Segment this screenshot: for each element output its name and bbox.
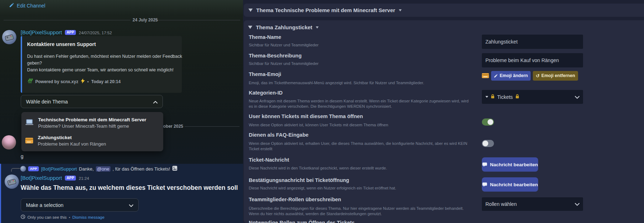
reply-bot-avatar	[20, 166, 26, 172]
date-divider-label: 24 July 2025	[133, 17, 158, 22]
field-desc: Wenn diese Option aktiviert ist, können …	[249, 122, 388, 128]
date-divider-line	[156, 20, 240, 20]
message-header: [Bot]PixelSupport APP 24/07/2025, 17:52	[21, 29, 112, 35]
app-badge: APP	[65, 30, 76, 35]
reply-preview-row[interactable]: APP [Bot]PixelSupport Danke, @one , für …	[20, 166, 177, 172]
date-divider-line	[4, 20, 130, 20]
edit-channel-button[interactable]: Edit Channel	[9, 2, 45, 9]
lock-icon	[515, 94, 519, 100]
chevron-up-icon	[153, 99, 158, 105]
scnx-logo-icon	[27, 78, 33, 85]
field-desc: Sichtbar für Nutzer und Teammitglieder	[249, 42, 319, 48]
topic-select-placeholder: Wähle dein Thema	[26, 99, 68, 105]
ephemeral-icon	[21, 214, 25, 220]
support-embed: Kontaktiere unseren Support Du hast eine…	[21, 36, 182, 93]
faq-toggle[interactable]	[482, 140, 494, 147]
message-header: [Bot]PixelSupport APP 21:24	[21, 175, 89, 181]
chevron-down-icon	[316, 26, 319, 29]
embed-footer-sep: •	[87, 79, 89, 84]
dropdown-option-title: Technische Probleme mit dem Minecraft Se…	[38, 117, 146, 122]
user-avatar[interactable]	[2, 135, 16, 149]
edit-confirmation-message-button[interactable]: Nachricht bearbeiten	[482, 177, 538, 192]
field-label-team-rollen: Teammitglieder-Rollen überschreiben	[249, 197, 341, 202]
filter-icon	[248, 9, 253, 12]
topic-dropdown: Technische Probleme mit dem Minecraft Se…	[21, 112, 163, 151]
dropdown-option-desc: Probleme beim Kauf von Rängen	[38, 141, 106, 147]
laptop-icon	[25, 119, 34, 127]
bot-username[interactable]: [Bot]PixelSupport	[21, 29, 62, 35]
field-label-bestaetigung: Bestätigungsnachricht bei Ticketöffnung	[249, 177, 349, 183]
bot-avatar[interactable]	[2, 30, 16, 44]
embed-footer-time: Today at 20:14	[91, 79, 120, 84]
message-timestamp: 24/07/2025, 17:52	[79, 31, 112, 35]
edit-channel-label: Edit Channel	[17, 3, 45, 9]
field-label-clipped: Notwendige Rollen zum Öffnen des Tickets	[249, 220, 355, 223]
move-ticket-select-placeholder: Make a selection	[26, 202, 63, 208]
embed-body: Du hast einen Fehler gefunden, möchtest …	[27, 53, 177, 74]
field-label-thema-name: Thema-Name	[249, 34, 281, 40]
user-mention[interactable]: @one	[96, 166, 110, 172]
embed-footer-powered: Powered by scnx.xyz	[35, 79, 78, 84]
chevron-down-icon	[575, 201, 579, 207]
category-caret-icon	[485, 96, 488, 98]
move-ticket-title: Wähle das Thema aus, zu welchem dieses T…	[21, 184, 245, 192]
field-label-thema-beschreibung: Thema-Beschreibung	[249, 53, 302, 59]
section-title: Thema Technische Probleme mit dem Minecr…	[256, 7, 395, 13]
lightning-icon	[81, 78, 85, 85]
field-desc: Emoji, das im Ticketthemenauswahl-Menü a…	[249, 80, 424, 86]
user-message-text: g	[21, 153, 24, 159]
field-desc: Neue Anfragen mit diesem Thema werden in…	[249, 98, 469, 109]
roles-select[interactable]: Rollen wählen	[482, 197, 583, 211]
reply-bot-username: [Bot]PixelSupport	[41, 166, 77, 172]
embed-footer: Powered by scnx.xyz • Today at 20:14	[27, 78, 177, 85]
app-badge: APP	[28, 166, 39, 171]
bot-avatar[interactable]	[5, 174, 19, 189]
partial-date-divider-label: ober 2025	[163, 124, 183, 129]
emoji-change-button[interactable]: Emoji ändern	[491, 71, 531, 81]
reply-preview-suffix: , für das Öffnen des Tickets!	[113, 166, 170, 172]
thema-beschreibung-input[interactable]: Probleme beim Kauf von Rängen	[482, 53, 583, 67]
emoji-controls-row: Emoji ändern ↺ Emoji entfernen	[482, 71, 578, 81]
section-zahlungsticket-header[interactable]: Thema Zahlungsticket	[248, 24, 319, 30]
field-desc: Sichtbar für Nutzer und Teammitglieder	[249, 61, 319, 66]
move-ticket-select[interactable]: Make a selection	[21, 198, 139, 212]
roles-select-placeholder: Rollen wählen	[485, 201, 517, 207]
field-desc: Diese Nachricht wird angezeigt, wenn ein…	[249, 186, 396, 191]
field-label-ticket-nachricht: Ticket-Nachricht	[249, 157, 289, 163]
app-root: Edit Channel 24 July 2025 [Bot]PixelSupp…	[0, 0, 644, 223]
category-select-value: Tickets	[497, 94, 513, 100]
user-open-toggle[interactable]	[482, 118, 494, 126]
reply-spine	[11, 168, 20, 172]
partial-date-divider-line	[185, 126, 239, 127]
dropdown-option-minecraft[interactable]: Technische Probleme mit dem Minecraft Se…	[21, 114, 163, 132]
filter-icon	[248, 26, 252, 29]
edit-ticket-message-button[interactable]: Nachricht bearbeiten	[482, 157, 538, 172]
undo-icon: ↺	[536, 74, 540, 78]
ephemeral-sep: •	[69, 215, 70, 219]
emoji-remove-button[interactable]: ↺ Emoji entfernen	[533, 71, 578, 81]
app-badge: APP	[65, 176, 76, 181]
field-desc: Wenn diese Option aktiviert ist, erhalte…	[249, 141, 467, 152]
topic-select[interactable]: Wähle dein Thema	[21, 95, 163, 108]
dropdown-option-zahlungsticket[interactable]: Zahlungsticket Probleme beim Kauf von Rä…	[21, 132, 163, 149]
message-highlight-stripe	[0, 164, 1, 223]
message-timestamp: 21:24	[79, 176, 89, 181]
dismiss-message-link[interactable]: Dismiss message	[72, 215, 104, 219]
lock-icon	[491, 94, 495, 100]
dropdown-option-desc: Probleme? Unser Minecraft-Team hilft ger…	[38, 123, 146, 129]
category-select[interactable]: Tickets	[482, 90, 583, 104]
field-label-faq: Dienen als FAQ-Eingabe	[249, 132, 309, 138]
field-label-kategorien-id: Kategorien-ID	[249, 90, 283, 96]
chat-pane: Edit Channel 24 July 2025 [Bot]PixelSupp…	[0, 0, 243, 223]
reply-preview-prefix: Danke,	[79, 166, 94, 172]
dropdown-option-title: Zahlungsticket	[38, 135, 106, 140]
section-minecraft-header[interactable]: Thema Technische Probleme mit dem Minecr…	[244, 4, 644, 17]
credit-card-emoji	[482, 73, 489, 78]
credit-card-icon	[25, 138, 33, 143]
speech-bubble-icon	[482, 182, 487, 187]
speech-bubble-icon	[482, 162, 487, 167]
field-label-thema-emoji: Thema-Emoji	[249, 71, 281, 77]
thema-name-input[interactable]: Zahlungsticket	[482, 35, 583, 49]
bot-username[interactable]: [Bot]PixelSupport	[21, 175, 62, 181]
ephemeral-note: Only you can see this	[27, 215, 67, 219]
